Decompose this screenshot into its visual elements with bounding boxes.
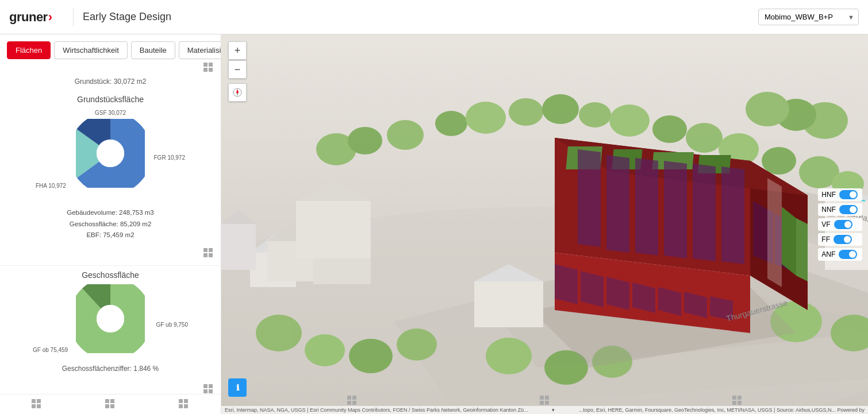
svg-rect-42	[296, 201, 371, 258]
geschossflache-chart: GF ob 75,459 GF ub 9,750	[9, 284, 212, 359]
legend-vf-label: VF	[821, 220, 830, 229]
section1-title: Grundstücksfläche	[9, 95, 212, 104]
svg-rect-44	[221, 224, 256, 270]
zoom-in-button[interactable]: +	[228, 41, 247, 60]
stats-block: Gebäudevolume: 248,753 m3 Geschossfläche…	[9, 207, 212, 241]
svg-marker-96	[555, 264, 578, 304]
svg-point-54	[609, 105, 650, 137]
svg-point-50	[466, 102, 506, 134]
left-panel: Flächen Wirtschaftlichkeit Bauteile Mate…	[0, 34, 221, 414]
legend-ff-toggle[interactable]	[834, 235, 852, 244]
svg-point-14	[97, 305, 124, 332]
svg-rect-22	[37, 404, 41, 408]
legend-vf-toggle[interactable]	[834, 220, 852, 229]
tab-bar: Flächen Wirtschaftlichkeit Bauteile Mate…	[0, 34, 221, 59]
project-dropdown[interactable]: Mobimo_WBW_B+P	[758, 9, 859, 25]
svg-marker-98	[606, 277, 629, 310]
map-scene: Thurgauerstrasse Andreasstrasse	[221, 34, 868, 414]
info-icon: ℹ	[236, 383, 239, 392]
section-grundstucksflache: Grundstücksfläche GSF 30,072	[0, 95, 221, 241]
panel-scroll[interactable]: Grundstück: 30,072 m2 Grundstücksfläche …	[0, 59, 221, 407]
svg-rect-19	[32, 399, 36, 403]
svg-rect-9	[209, 248, 213, 252]
svg-rect-29	[179, 404, 183, 408]
svg-point-52	[542, 94, 579, 124]
compass-button[interactable]	[228, 83, 247, 102]
zoom-out-button[interactable]: −	[228, 60, 247, 79]
logo: gruner›	[9, 10, 52, 25]
grundstuck-pie-svg	[76, 119, 145, 188]
gcz-label: Geschossflächenziffer: 1.846 %	[9, 365, 212, 373]
svg-point-47	[348, 127, 382, 154]
legend-hnf-label: HNF	[821, 191, 836, 199]
compass-icon	[232, 87, 243, 98]
geschossflache-pie-wrap: GF ob 75,459 GF ub 9,750	[64, 284, 156, 359]
bottom-grid-icon-1[interactable]	[32, 399, 42, 409]
info-button[interactable]: ℹ	[228, 378, 247, 397]
legend-anf-toggle[interactable]	[839, 250, 857, 259]
tab-bauteile[interactable]: Bauteile	[131, 41, 175, 59]
legend-vf: VF	[818, 218, 862, 231]
legend-nnf: NNF	[818, 203, 862, 216]
svg-point-56	[686, 123, 723, 153]
legend-nnf-toggle[interactable]	[839, 205, 858, 214]
svg-marker-107	[767, 178, 782, 287]
fgr-label: FGR 10,972	[154, 154, 185, 161]
svg-rect-0	[203, 63, 208, 67]
svg-point-67	[397, 328, 437, 361]
svg-rect-25	[105, 404, 109, 408]
ebf-stat: EBF: 75,459 m2	[9, 230, 212, 241]
svg-rect-24	[110, 399, 114, 403]
project-dropdown-wrapper: Mobimo_WBW_B+P ▼	[758, 9, 859, 25]
svg-marker-92	[635, 158, 658, 256]
svg-marker-91	[606, 155, 629, 253]
legend-ff-label: FF	[821, 235, 830, 243]
map-area[interactable]: Thurgauerstrasse Andreasstrasse + − HNF	[221, 34, 868, 414]
svg-rect-23	[105, 399, 109, 403]
grid-icon-3	[203, 384, 214, 394]
svg-rect-10	[203, 253, 208, 257]
svg-point-63	[746, 92, 789, 126]
svg-rect-11	[209, 253, 213, 257]
svg-point-64	[256, 315, 302, 351]
fha-label: FHA 10,972	[36, 183, 66, 189]
svg-rect-16	[209, 384, 213, 388]
legend-nnf-label: NNF	[821, 206, 836, 214]
svg-rect-26	[110, 404, 114, 408]
gf-ub-label: GF ub 9,750	[156, 322, 188, 328]
svg-marker-105	[796, 218, 808, 281]
section-divider	[0, 265, 221, 266]
tab-flachen[interactable]: Flächen	[7, 41, 51, 59]
svg-point-51	[509, 98, 543, 126]
legend-hnf-toggle[interactable]	[839, 190, 858, 199]
svg-marker-90	[578, 149, 601, 247]
map-attribution: Esri, Intermap, NASA, NGA, USGS | Esri C…	[221, 406, 868, 414]
svg-rect-8	[203, 248, 208, 252]
svg-rect-109	[474, 281, 543, 327]
main-layout: Flächen Wirtschaftlichkeit Bauteile Mate…	[0, 34, 868, 414]
tab-wirtschaftlichkeit[interactable]: Wirtschaftlichkeit	[54, 41, 128, 59]
panel-icon-row-1	[0, 59, 221, 73]
toolbar-separator	[228, 79, 247, 83]
svg-point-65	[305, 334, 345, 366]
svg-marker-94	[693, 164, 716, 261]
svg-point-58	[762, 147, 796, 175]
app-title: Early Stage Design	[83, 11, 171, 23]
gf-ob-label: GF ob 75,459	[33, 347, 68, 353]
bottom-grid-icon-3[interactable]	[179, 399, 189, 409]
svg-rect-20	[37, 399, 41, 403]
logo-text: gruner	[9, 10, 48, 25]
header: gruner› Early Stage Design Mobimo_WBW_B+…	[0, 0, 868, 34]
tab-materialisierung[interactable]: Materialisierung	[179, 41, 221, 59]
header-divider	[73, 9, 74, 26]
bottom-grid-icon-2[interactable]	[105, 399, 116, 409]
geschossflache-stat: Geschossfläche: 85,209 m2	[9, 219, 212, 230]
attribution-dropdown[interactable]: ▾	[550, 407, 557, 413]
svg-rect-3	[209, 68, 213, 72]
svg-marker-106	[782, 207, 796, 276]
map-toolbar: + −	[228, 41, 247, 102]
grid-icon-1	[203, 63, 214, 73]
svg-rect-15	[203, 384, 208, 388]
gebaudevolumen-stat: Gebäudevolume: 248,753 m3	[9, 207, 212, 219]
map-legend: HNF NNF VF FF ANF	[818, 188, 862, 261]
